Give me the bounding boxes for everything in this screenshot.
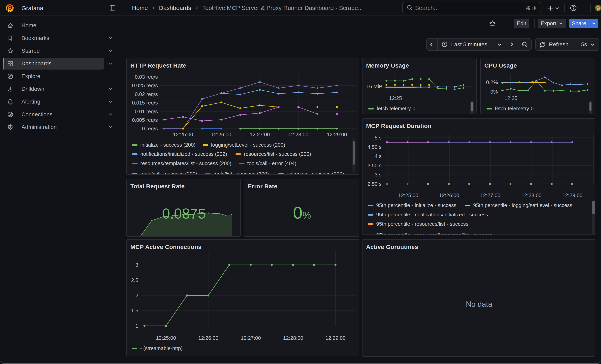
svg-text:5 s: 5 s <box>375 135 381 141</box>
svg-text:12:28:00: 12:28:00 <box>521 192 541 198</box>
svg-text:0.01 req/s: 0.01 req/s <box>135 108 158 114</box>
svg-text:12:25: 12:25 <box>504 95 517 101</box>
svg-text:0.03 req/s: 0.03 req/s <box>135 74 158 80</box>
svg-text:0.005 req/s: 0.005 req/s <box>132 117 158 123</box>
svg-text:3 s: 3 s <box>375 172 381 178</box>
svg-text:12:27:00: 12:27:00 <box>480 192 500 198</box>
svg-text:2.50 s: 2.50 s <box>368 181 381 187</box>
svg-text:0.02 req/s: 0.02 req/s <box>135 91 158 97</box>
svg-text:2.5: 2.5 <box>131 277 138 283</box>
svg-text:12:26:00: 12:26:00 <box>211 132 231 138</box>
svg-text:12:29:00: 12:29:00 <box>325 335 345 341</box>
svg-text:12:27:00: 12:27:00 <box>241 335 261 341</box>
svg-text:0.2%: 0.2% <box>486 79 498 85</box>
svg-text:12:27:00: 12:27:00 <box>250 132 270 138</box>
svg-text:12:25: 12:25 <box>389 95 402 101</box>
svg-text:12:29:00: 12:29:00 <box>562 192 582 198</box>
svg-text:12:25:00: 12:25:00 <box>173 132 193 138</box>
svg-text:1.5: 1.5 <box>131 308 138 314</box>
svg-text:0 req/s: 0 req/s <box>142 126 158 132</box>
svg-text:3: 3 <box>136 262 138 268</box>
svg-text:12:29:00: 12:29:00 <box>327 132 347 138</box>
svg-text:12:26:00: 12:26:00 <box>439 192 459 198</box>
svg-text:1: 1 <box>136 323 138 329</box>
svg-text:12:28:00: 12:28:00 <box>283 335 303 341</box>
svg-text:4 s: 4 s <box>375 153 381 159</box>
svg-text:0%: 0% <box>490 89 498 95</box>
svg-text:12:26:00: 12:26:00 <box>198 335 218 341</box>
svg-text:12:25:00: 12:25:00 <box>398 192 418 198</box>
svg-text:0.025 req/s: 0.025 req/s <box>132 82 158 89</box>
svg-text:12:28:00: 12:28:00 <box>288 132 308 138</box>
svg-text:12:25:00: 12:25:00 <box>156 335 176 341</box>
svg-text:0.015 req/s: 0.015 req/s <box>132 100 158 106</box>
svg-text:4.50 s: 4.50 s <box>368 144 381 150</box>
svg-text:3.50 s: 3.50 s <box>368 163 381 168</box>
svg-text:2: 2 <box>136 293 138 298</box>
svg-text:16 MiB: 16 MiB <box>366 83 382 89</box>
